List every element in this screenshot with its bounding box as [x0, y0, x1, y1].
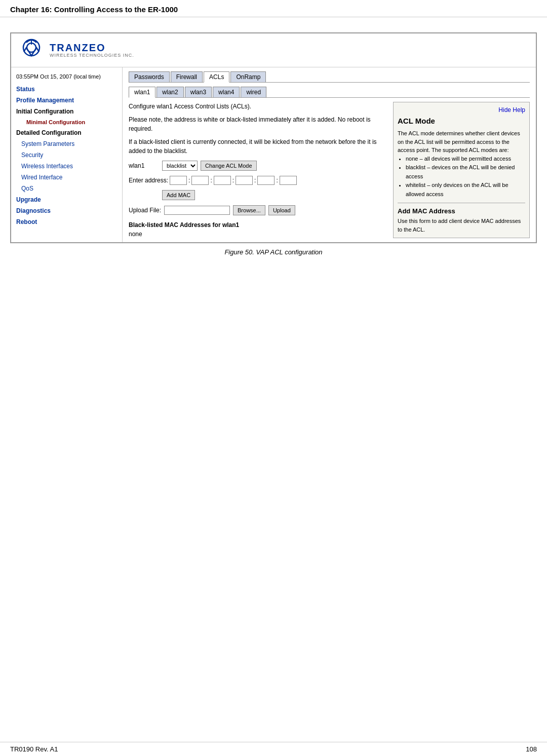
sidebar-section-detailed-config: Detailed Configuration — [11, 127, 122, 138]
tab-firewall[interactable]: Firewall — [171, 71, 203, 82]
help-panel: Hide Help ACL Mode The ACL mode determin… — [393, 102, 530, 238]
tab-acls[interactable]: ACLs — [204, 71, 229, 83]
content-left: Configure wlan1 Access Control Lists (AC… — [129, 102, 388, 238]
tab-passwords[interactable]: Passwords — [129, 71, 170, 82]
subtabs: wlan1 wlan2 wlan3 wlan4 wired — [129, 87, 530, 98]
desc-configure: Configure wlan1 Access Control Lists (AC… — [129, 102, 388, 111]
blacklist-header: Black-listed MAC Addresses for wlan1 — [129, 221, 388, 229]
footer-revision: TR0190 Rev. A1 — [10, 745, 58, 753]
acl-mode-row: wlan1 blacklist whitelist none Change AC… — [129, 161, 388, 171]
help-acl-modes-list: none – all devices will be permitted acc… — [406, 155, 525, 199]
help-acl-mode-body: The ACL mode determines whether client d… — [398, 129, 525, 155]
mac-octet-1[interactable] — [170, 176, 187, 185]
add-mac-button[interactable]: Add MAC — [162, 190, 195, 200]
mac-octet-3[interactable] — [214, 176, 231, 185]
logo-text: TRANZEO WIRELESS TECHNOLOGIES INC. — [50, 42, 134, 58]
sidebar-item-upgrade[interactable]: Upgrade — [11, 194, 122, 205]
subtab-wlan1[interactable]: wlan1 — [129, 87, 155, 98]
sidebar-item-status[interactable]: Status — [11, 84, 122, 95]
logo-brand: TRANZEO — [50, 42, 134, 53]
main-tabs: Passwords Firewall ACLs OnRamp — [129, 71, 530, 83]
mac-sep-2: : — [210, 177, 212, 184]
help-list-item-whitelist: whitelist – only devices on the ACL will… — [406, 181, 525, 199]
acl-label: wlan1 — [129, 162, 159, 169]
help-list-item-none: none – all devices will be permitted acc… — [406, 155, 525, 164]
footer-page-number: 108 — [526, 745, 537, 753]
help-list-item-blacklist: blacklist – devices on the ACL will be d… — [406, 163, 525, 181]
mac-address-row: Enter address: : : : : : — [129, 176, 388, 185]
desc-note: Please note, the address is white or bla… — [129, 115, 388, 133]
subtab-wired[interactable]: wired — [241, 87, 266, 97]
sidebar-item-system-params[interactable]: System Parameters — [11, 138, 122, 149]
change-acl-mode-button[interactable]: Change ACL Mode — [201, 161, 257, 171]
sidebar-time: 03:55PM Oct 15, 2007 (local time) — [11, 71, 122, 84]
enter-address-label: Enter address: — [129, 177, 168, 184]
page-footer: TR0190 Rev. A1 108 — [0, 742, 547, 756]
sidebar-item-minimal-config[interactable]: Minimal Configuration — [11, 117, 122, 127]
upload-file-input[interactable] — [164, 206, 230, 215]
hide-help-link[interactable]: Hide Help — [398, 106, 525, 114]
acl-mode-select[interactable]: blacklist whitelist none — [162, 161, 198, 171]
sidebar-item-profile-management[interactable]: Profile Management — [11, 95, 122, 106]
desc-blacklist-note: If a black-listed client is currently co… — [129, 137, 388, 156]
upload-file-row: Upload File: Browse... Upload — [129, 205, 388, 215]
main-panel: Passwords Firewall ACLs OnRamp wlan1 wla… — [123, 67, 536, 242]
device-ui: 03:55PM Oct 15, 2007 (local time) Status… — [11, 67, 536, 242]
figure-caption: Figure 50. VAP ACL configuration — [10, 248, 537, 256]
blacklist-value: none — [129, 231, 388, 238]
browse-button[interactable]: Browse... — [233, 205, 265, 215]
subtab-wlan3[interactable]: wlan3 — [185, 87, 212, 97]
mac-sep-4: : — [254, 177, 256, 184]
upload-button[interactable]: Upload — [268, 205, 295, 215]
tranzeo-logo-icon — [16, 37, 47, 63]
blacklist-section: Black-listed MAC Addresses for wlan1 non… — [129, 221, 388, 238]
mac-octet-5[interactable] — [257, 176, 275, 185]
chapter-title: Chapter 16: Controlling Access to the ER… — [0, 0, 547, 17]
device-header: TRANZEO WIRELESS TECHNOLOGIES INC. — [11, 33, 536, 67]
mac-sep-1: : — [188, 177, 190, 184]
upload-file-label: Upload File: — [129, 207, 161, 214]
help-add-mac-title: Add MAC Address — [398, 207, 525, 215]
subtab-wlan2[interactable]: wlan2 — [157, 87, 183, 97]
sidebar-item-diagnostics[interactable]: Diagnostics — [11, 205, 122, 216]
sidebar-item-security[interactable]: Security — [11, 149, 122, 161]
mac-octet-6[interactable] — [280, 176, 297, 185]
tab-onramp[interactable]: OnRamp — [230, 71, 266, 82]
mac-octet-4[interactable] — [236, 176, 253, 185]
mac-sep-3: : — [232, 177, 234, 184]
sidebar-item-wireless-interfaces[interactable]: Wireless Interfaces — [11, 161, 122, 172]
logo-area: TRANZEO WIRELESS TECHNOLOGIES INC. — [16, 37, 134, 63]
sidebar-item-qos[interactable]: QoS — [11, 183, 122, 194]
sidebar: 03:55PM Oct 15, 2007 (local time) Status… — [11, 67, 123, 242]
sidebar-item-wired-interface[interactable]: Wired Interface — [11, 172, 122, 183]
mac-octet-2[interactable] — [191, 176, 209, 185]
sidebar-section-initial-config: Initial Configuration — [11, 106, 122, 117]
logo-subtitle: WIRELESS TECHNOLOGIES INC. — [50, 53, 134, 58]
help-divider — [398, 203, 525, 203]
help-acl-mode-title: ACL Mode — [398, 117, 525, 125]
help-add-mac-body: Use this form to add client device MAC a… — [398, 217, 525, 234]
mac-sep-5: : — [276, 177, 278, 184]
content-split: Configure wlan1 Access Control Lists (AC… — [129, 102, 530, 238]
sidebar-item-reboot[interactable]: Reboot — [11, 216, 122, 228]
subtab-wlan4[interactable]: wlan4 — [213, 87, 240, 97]
